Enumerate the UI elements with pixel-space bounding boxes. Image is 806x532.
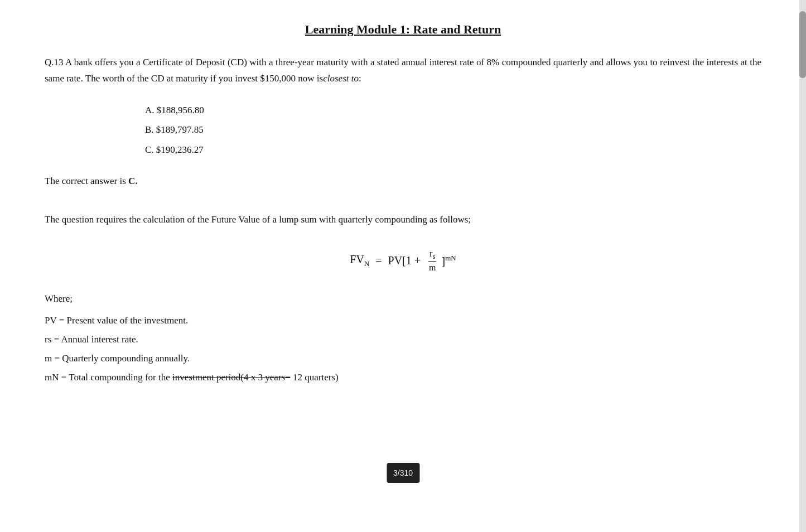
formula-exponent: mN [445,254,456,262]
answer-c: C. $190,236.27 [145,140,761,160]
answer-b-value: $189,797.85 [156,124,204,135]
strikethrough-text: investment period(4 x 3 years= [172,372,291,383]
definition-pv: PV = Present value of the investment. [45,311,761,330]
page-badge: 3/310 [387,463,419,483]
page-container: Learning Module 1: Rate and Return Q.13 … [0,0,806,532]
definition-m: m = Quarterly compounding annually. 3/31… [45,349,761,368]
question-block: Q.13 A bank offers you a Certificate of … [45,55,761,87]
formula-bracket: ]mN [442,254,456,268]
correct-answer-block: The correct answer is C. [45,173,761,190]
answer-b-label: B. [145,124,156,135]
question-colon: : [359,73,361,84]
formula-pv: PV[1 + [388,254,424,267]
question-text: A bank offers you a Certificate of Depos… [45,57,761,84]
where-label: Where; [45,293,761,304]
scrollbar[interactable] [799,0,806,532]
formula-subscript-n: N [364,259,369,268]
formula-fraction: rs m [428,248,437,273]
formula-equals: = [373,254,384,267]
explanation-block: The question requires the calculation of… [45,212,761,228]
formula-numerator: rs [428,248,436,262]
explanation-text: The question requires the calculation of… [45,214,471,225]
formula-denominator: m [428,262,437,273]
formula-rs-subscript: s [432,252,435,260]
correct-answer-text: The correct answer is [45,176,128,186]
correct-answer-letter: C. [128,176,138,186]
formula-container: FVN = PV[1 + rs m ]mN [45,248,761,273]
definition-mn: mN = Total compounding for the investmen… [45,368,761,387]
answer-b: B. $189,797.85 [145,120,761,140]
answer-c-value: $190,236.27 [156,144,204,155]
scrollbar-thumb[interactable] [799,11,806,78]
definition-rs: rs = Annual interest rate. [45,330,761,349]
answer-a: A. $188,956.80 [145,100,761,120]
formula-fv: FVN [350,253,369,268]
question-italic: closest to [323,73,359,84]
page-title: Learning Module 1: Rate and Return [45,22,761,37]
formula: FVN = PV[1 + rs m ]mN [350,248,456,273]
where-section: Where; [45,293,761,304]
question-label: Q.13 [45,57,64,67]
answer-a-label: A. [145,105,157,115]
answers-block: A. $188,956.80 B. $189,797.85 C. $190,23… [145,100,761,160]
answer-a-value: $188,956.80 [157,105,204,115]
answer-c-label: C. [145,144,156,155]
